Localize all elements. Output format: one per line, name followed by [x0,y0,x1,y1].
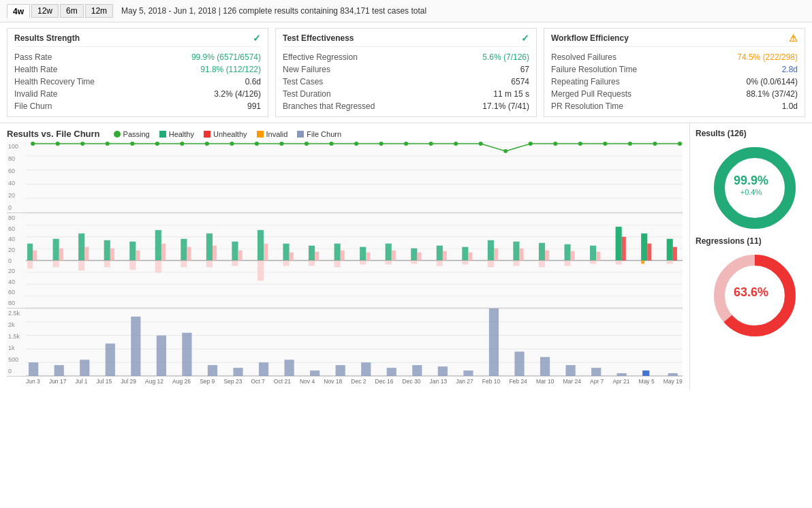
svg-point-17 [304,142,309,146]
svg-rect-94 [468,253,472,261]
time-buttons: 4w 12w 6m 12m [7,4,113,18]
workflow-efficiency-card: Workflow Efficiency ⚠ Resolved Failures … [544,28,805,117]
svg-rect-91 [443,251,447,261]
regressions-donut-wrap: 63.6% [710,251,792,333]
svg-rect-44 [27,261,33,269]
svg-rect-65 [206,261,213,268]
results-donut-center: 99.9% +0.4% [734,174,768,196]
svg-rect-62 [181,261,187,268]
unhealthy-sq [204,131,210,138]
svg-rect-133 [208,365,217,376]
branches-regressed-label: Branches that Regressed [283,101,375,111]
branches-regressed-value: 17.1% (7/41) [482,101,529,111]
svg-point-29 [603,142,607,146]
svg-rect-134 [233,368,243,376]
svg-rect-113 [616,261,622,265]
svg-point-30 [628,142,632,146]
file-churn-label: File Churn [14,101,52,111]
health-recovery-value: 0.6d [245,77,261,86]
right-panels: Results (126) 99.9% +0.4% Regressions (1… [689,123,812,390]
svg-rect-103 [545,251,549,261]
regressions-donut-title: Regressions (11) [696,236,762,246]
svg-point-9 [106,142,110,146]
svg-rect-60 [181,239,187,261]
regressions-pct: 63.6% [734,285,768,300]
svg-rect-146 [540,357,550,376]
svg-rect-105 [564,244,570,261]
merged-prs-value: 88.1% (37/42) [747,89,798,99]
time-btn-12w[interactable]: 12w [31,4,59,18]
svg-rect-145 [514,351,524,376]
svg-rect-137 [310,370,319,376]
time-btn-12m[interactable]: 12m [85,4,113,18]
svg-rect-52 [110,249,114,261]
svg-rect-85 [392,251,396,261]
svg-rect-61 [187,247,191,261]
svg-rect-127 [54,365,64,376]
svg-rect-143 [463,370,473,376]
svg-rect-84 [386,244,392,261]
svg-rect-111 [616,227,622,261]
svg-rect-90 [437,246,443,261]
pass-rate-label: Pass Rate [14,52,52,62]
time-btn-6m[interactable]: 6m [60,4,84,18]
svg-rect-114 [641,234,647,261]
failure-resolution-value: 2.8d [782,65,798,74]
svg-rect-83 [360,261,366,265]
svg-point-25 [503,149,507,153]
repeating-failures-label: Repeating Failures [551,77,620,86]
svg-rect-89 [411,261,417,264]
svg-point-10 [130,142,134,146]
svg-point-7 [56,142,60,146]
svg-rect-49 [84,247,89,261]
svg-rect-56 [129,261,136,270]
test-effectiveness-card: Test Effectiveness ✓ Effective Regressio… [275,28,537,117]
svg-rect-58 [161,244,166,261]
svg-point-24 [479,142,483,146]
pass-rate-value: 99.9% (6571/6574) [191,52,261,62]
regressions-donut-center: 63.6% [734,285,768,300]
svg-rect-74 [283,261,289,266]
svg-rect-63 [206,234,213,261]
svg-rect-82 [366,253,370,261]
legend-file-churn: File Churn [297,130,341,138]
file-churn-sq [297,131,304,138]
regressions-donut-panel: Regressions (11) 63.6% [696,236,807,333]
svg-rect-130 [131,317,140,376]
svg-rect-67 [238,251,243,261]
repeating-failures-value: 0% (0.0/6144) [747,77,798,86]
svg-rect-112 [622,237,626,261]
bar-chart-svg [26,213,683,308]
svg-rect-64 [213,246,217,261]
svg-rect-150 [642,370,649,376]
health-rate-label: Health Rate [14,65,57,74]
svg-rect-69 [257,230,264,261]
svg-rect-92 [437,261,443,266]
svg-point-6 [31,142,35,146]
svg-rect-109 [596,252,600,261]
healthy-sq [159,131,166,138]
svg-rect-102 [539,243,545,261]
svg-rect-115 [647,244,651,261]
time-btn-4w[interactable]: 4w [7,4,30,18]
svg-rect-54 [129,242,136,261]
svg-rect-73 [290,253,294,261]
test-cases-label: Test Cases [283,77,323,86]
results-strength-title: Results Strength [14,33,80,43]
svg-rect-141 [412,365,422,376]
bar-chart: 80 60 40 20 0 20 40 60 80 [7,213,683,308]
svg-point-20 [379,142,384,146]
chart-title-row: Results vs. File Churn Passing Healthy U… [7,129,683,139]
svg-rect-72 [283,244,289,261]
svg-rect-75 [309,246,315,261]
line-y-axis: 100 80 60 40 20 0 [7,142,26,212]
svg-rect-139 [361,362,371,376]
svg-point-31 [653,142,657,146]
invalid-rate-label: Invalid Rate [14,89,57,99]
svg-point-16 [279,142,283,146]
svg-rect-147 [566,365,576,376]
svg-rect-42 [27,244,33,261]
test-effectiveness-title: Test Effectiveness [283,33,354,43]
svg-rect-99 [513,242,519,261]
health-recovery-label: Health Recovery Time [14,77,95,86]
